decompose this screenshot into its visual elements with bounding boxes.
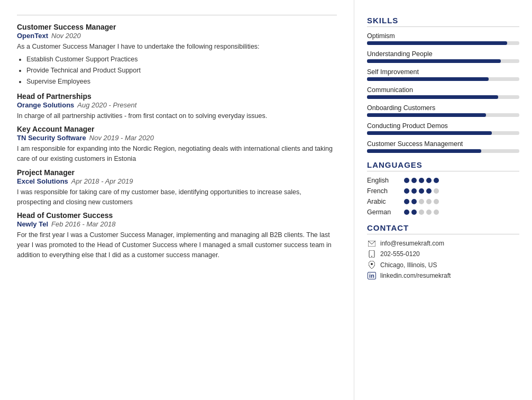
dot-empty bbox=[434, 199, 439, 204]
job-company-1: Orange Solutions bbox=[17, 101, 74, 109]
contact-icon-phone bbox=[367, 250, 377, 258]
lang-dots-1 bbox=[404, 188, 439, 194]
contact-text-1: 202-555-0120 bbox=[380, 250, 420, 258]
skill-item-1: Understanding People bbox=[367, 50, 519, 63]
skill-bar-fill-2 bbox=[367, 77, 489, 81]
job-desc-0: As a Customer Success Manager I have to … bbox=[17, 42, 337, 52]
dot-filled bbox=[426, 188, 432, 194]
skill-label-0: Optimism bbox=[367, 32, 519, 40]
job-title-3: Project Manager bbox=[17, 168, 337, 177]
languages-section-title: LANGUAGES bbox=[367, 160, 519, 171]
job-desc-3: I was responsible for taking care of my … bbox=[17, 187, 337, 207]
skill-bar-fill-1 bbox=[367, 59, 501, 63]
job-date-0: Nov 2020 bbox=[51, 32, 81, 40]
skill-bar-bg-3 bbox=[367, 95, 519, 99]
svg-point-2 bbox=[371, 256, 372, 257]
skill-item-5: Conducting Product Demos bbox=[367, 122, 519, 135]
dot-filled bbox=[404, 178, 409, 183]
skill-bar-fill-6 bbox=[367, 149, 481, 153]
job-block: Head of PartnershipsOrange SolutionsAug … bbox=[17, 92, 337, 121]
contact-row-1: 202-555-0120 bbox=[367, 250, 519, 258]
dot-filled bbox=[411, 210, 417, 215]
dot-filled bbox=[411, 199, 417, 204]
skill-bar-bg-0 bbox=[367, 41, 519, 45]
job-company-0: OpenText bbox=[17, 32, 48, 40]
contact-row-3: in linkedin.com/resumekraft bbox=[367, 272, 519, 279]
skill-bar-fill-0 bbox=[367, 41, 507, 45]
skill-item-6: Customer Success Management bbox=[367, 140, 519, 153]
contact-icon-linkedin: in bbox=[367, 272, 377, 279]
contact-text-0: info@resumekraft.com bbox=[380, 240, 444, 247]
dot-empty bbox=[434, 188, 439, 194]
job-company-2: TN Security Software bbox=[17, 134, 86, 142]
lang-dots-2 bbox=[404, 199, 439, 204]
job-bullets-0: Establish Customer Support PracticesProv… bbox=[26, 54, 337, 88]
job-block: Customer Success ManagerOpenTextNov 2020… bbox=[17, 23, 337, 88]
dot-filled bbox=[411, 188, 417, 194]
contact-text-3: linkedin.com/resumekraft bbox=[380, 272, 451, 279]
dot-empty bbox=[419, 210, 424, 215]
languages-section: LANGUAGES English French Arabic German bbox=[367, 160, 519, 216]
bullet-item: Establish Customer Support Practices bbox=[26, 54, 337, 65]
job-block: Head of Customer SuccessNewly TelFeb 201… bbox=[17, 211, 337, 260]
job-desc-4: For the first year I was a Customer Succ… bbox=[17, 230, 337, 260]
lang-name-0: English bbox=[367, 177, 404, 184]
skill-item-3: Communication bbox=[367, 86, 519, 99]
skills-section-title: SKILLS bbox=[367, 16, 519, 27]
contact-row-0: info@resumekraft.com bbox=[367, 240, 519, 247]
job-title-0: Customer Success Manager bbox=[17, 23, 337, 31]
lang-dots-0 bbox=[404, 178, 439, 183]
skill-label-1: Understanding People bbox=[367, 50, 519, 58]
contact-icon-location bbox=[367, 261, 377, 269]
skill-label-2: Self Improvement bbox=[367, 68, 519, 76]
job-company-4: Newly Tel bbox=[17, 220, 48, 228]
skill-label-3: Communication bbox=[367, 86, 519, 94]
dot-filled bbox=[404, 188, 409, 194]
left-panel: Customer Success ManagerOpenTextNov 2020… bbox=[0, 0, 354, 400]
skill-bar-fill-4 bbox=[367, 113, 486, 117]
job-desc-1: In charge of all partnership activities … bbox=[17, 111, 337, 121]
contact-section-title: CONTACT bbox=[367, 223, 519, 234]
bullet-item: Supervise Employees bbox=[26, 76, 337, 87]
language-row-0: English bbox=[367, 177, 519, 184]
skill-bar-bg-4 bbox=[367, 113, 519, 117]
lang-name-3: German bbox=[367, 208, 404, 216]
skill-item-2: Self Improvement bbox=[367, 68, 519, 81]
dot-empty bbox=[426, 199, 432, 204]
contact-row-2: Chicago, Illinois, US bbox=[367, 261, 519, 269]
skill-item-4: Onboarding Customers bbox=[367, 104, 519, 117]
skill-label-4: Onboarding Customers bbox=[367, 104, 519, 112]
language-row-1: French bbox=[367, 187, 519, 195]
lang-dots-3 bbox=[404, 210, 439, 215]
skill-label-6: Customer Success Management bbox=[367, 140, 519, 148]
skill-bar-bg-5 bbox=[367, 131, 519, 135]
contact-text-2: Chicago, Illinois, US bbox=[380, 261, 437, 269]
job-block: Key Account ManagerTN Security SoftwareN… bbox=[17, 125, 337, 164]
job-block: Project ManagerExcel SolutionsApr 2018 -… bbox=[17, 168, 337, 207]
dot-filled bbox=[419, 188, 424, 194]
job-date-3: Apr 2018 - Apr 2019 bbox=[71, 177, 133, 185]
job-title-4: Head of Customer Success bbox=[17, 211, 337, 220]
lang-name-2: Arabic bbox=[367, 198, 404, 205]
skill-label-5: Conducting Product Demos bbox=[367, 122, 519, 130]
dot-empty bbox=[434, 210, 439, 215]
job-title-1: Head of Partnerships bbox=[17, 92, 337, 101]
svg-point-3 bbox=[371, 263, 373, 265]
skill-bar-fill-3 bbox=[367, 95, 498, 99]
dot-filled bbox=[404, 199, 409, 204]
skills-section: SKILLS Optimism Understanding People Sel… bbox=[367, 16, 519, 153]
skill-bar-bg-6 bbox=[367, 149, 519, 153]
language-row-3: German bbox=[367, 208, 519, 216]
job-desc-2: I am responsible for expanding into the … bbox=[17, 144, 337, 164]
skill-bar-fill-5 bbox=[367, 131, 492, 135]
bullet-item: Provide Technical and Product Support bbox=[26, 65, 337, 76]
job-date-1: Aug 2020 - Present bbox=[77, 101, 136, 109]
skill-bar-bg-1 bbox=[367, 59, 519, 63]
skill-item-0: Optimism bbox=[367, 32, 519, 45]
skill-bar-bg-2 bbox=[367, 77, 519, 81]
dot-empty bbox=[426, 210, 432, 215]
lang-name-1: French bbox=[367, 187, 404, 195]
experience-section-title bbox=[17, 13, 337, 15]
dot-filled bbox=[434, 178, 439, 183]
dot-filled bbox=[426, 178, 432, 183]
